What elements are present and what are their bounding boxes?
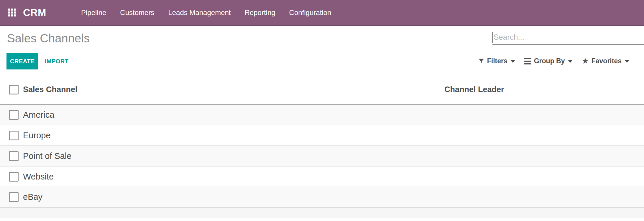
table-row[interactable]: Website: [0, 166, 644, 187]
table-row[interactable]: Point of Sale: [0, 146, 644, 166]
row-checkbox[interactable]: [9, 131, 19, 140]
chevron-down-icon: [511, 60, 515, 63]
cell-channel-leader: [441, 187, 644, 207]
top-navbar: CRM Pipeline Customers Leads Management …: [0, 0, 644, 26]
menu-item-reporting[interactable]: Reporting: [245, 9, 275, 17]
cell-channel-leader: [441, 104, 644, 125]
search-box[interactable]: [492, 30, 644, 45]
menu-item-pipeline[interactable]: Pipeline: [81, 9, 106, 17]
group-by-dropdown[interactable]: Group By: [524, 57, 572, 65]
cell-sales-channel: Website: [23, 166, 441, 187]
filters-dropdown[interactable]: Filters: [478, 57, 515, 65]
apps-grid-icon[interactable]: [8, 9, 16, 16]
column-header-sales-channel[interactable]: Sales Channel: [23, 75, 441, 104]
table-row[interactable]: Europe: [0, 125, 644, 146]
list-lines-icon: [524, 58, 531, 64]
cell-channel-leader: [441, 125, 644, 146]
app-brand-crm[interactable]: CRM: [23, 7, 46, 18]
group-by-label: Group By: [534, 57, 565, 65]
filters-label: Filters: [487, 57, 507, 65]
main-menu: Pipeline Customers Leads Management Repo…: [81, 9, 331, 17]
cell-channel-leader: [441, 146, 644, 166]
table-row[interactable]: eBay: [0, 187, 644, 207]
action-buttons: CREATE IMPORT: [6, 53, 69, 69]
control-panel: Sales Channels CREATE IMPORT Filters Gro…: [0, 26, 644, 75]
star-icon: ★: [582, 57, 589, 65]
favorites-label: Favorites: [592, 57, 622, 65]
cell-channel-leader: [441, 166, 644, 187]
favorites-dropdown[interactable]: ★ Favorites: [582, 57, 629, 65]
page-title: Sales Channels: [7, 32, 90, 45]
menu-item-leads-management[interactable]: Leads Management: [168, 9, 231, 17]
filter-funnel-icon: [478, 58, 484, 64]
row-checkbox[interactable]: [9, 172, 19, 182]
cell-sales-channel: eBay: [23, 187, 441, 207]
table-header-row: Sales Channel Channel Leader: [0, 75, 644, 104]
create-button[interactable]: CREATE: [6, 53, 38, 69]
cell-sales-channel: Point of Sale: [23, 146, 441, 166]
column-header-channel-leader[interactable]: Channel Leader: [441, 75, 644, 104]
select-all-checkbox[interactable]: [9, 85, 19, 94]
filter-bar: Filters Group By ★ Favorites: [478, 57, 629, 65]
row-checkbox[interactable]: [9, 192, 19, 202]
sales-channels-table: Sales Channel Channel Leader America Eur…: [0, 75, 644, 208]
chevron-down-icon: [625, 60, 629, 63]
menu-item-customers[interactable]: Customers: [120, 9, 154, 17]
search-input[interactable]: [493, 33, 644, 42]
row-checkbox[interactable]: [9, 110, 19, 120]
content-area-background: [0, 208, 644, 218]
cell-sales-channel: America: [23, 104, 441, 125]
table-row[interactable]: America: [0, 104, 644, 125]
chevron-down-icon: [568, 60, 572, 63]
import-button[interactable]: IMPORT: [45, 58, 69, 65]
row-checkbox[interactable]: [9, 151, 19, 161]
cell-sales-channel: Europe: [23, 125, 441, 146]
menu-item-configuration[interactable]: Configuration: [289, 9, 331, 17]
